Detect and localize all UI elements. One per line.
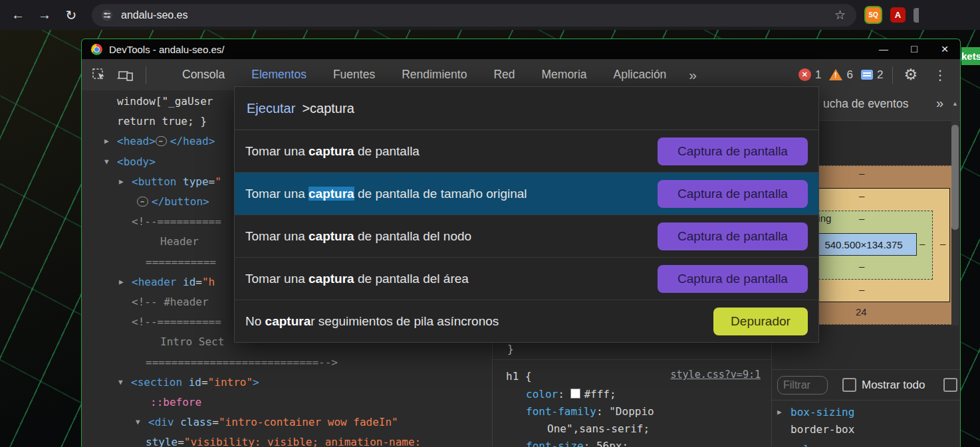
padding-bottom-value[interactable]: –	[859, 260, 864, 272]
computed-property[interactable]: ▶ box-sizing	[791, 404, 960, 421]
command-input[interactable]: Ejecutar >captura	[235, 87, 818, 130]
tab-rendimiento[interactable]: Rendimiento	[388, 59, 480, 90]
palette-item-label: Tomar una captura de pantalla del nodo	[245, 229, 471, 244]
forward-icon[interactable]: →	[36, 7, 53, 23]
maximize-button[interactable]: □	[899, 39, 929, 59]
palette-list: Tomar una captura de pantallaCaptura de …	[235, 130, 818, 342]
bookmark-star-icon[interactable]: ☆	[834, 7, 846, 23]
border-right-value[interactable]: –	[940, 238, 945, 249]
rule-separator	[493, 359, 771, 360]
margin-bottom-value[interactable]: 24	[856, 306, 867, 317]
menu-dots-icon[interactable]: ⋮	[933, 67, 947, 83]
tab-aplicación[interactable]: Aplicación	[600, 59, 680, 90]
tab-event-listeners[interactable]: ucha de eventos	[823, 97, 908, 111]
palette-action-button[interactable]: Captura de pantalla	[658, 265, 808, 293]
css-rule-line[interactable]: One",sans-serif;	[493, 420, 771, 438]
expand-arrow-icon[interactable]: ▶	[777, 404, 782, 421]
palette-action-button[interactable]: Captura de pantalla	[658, 137, 808, 165]
tab-consola[interactable]: Consola	[169, 59, 238, 90]
minimize-button[interactable]: —	[868, 39, 899, 59]
tab-red[interactable]: Red	[480, 59, 528, 90]
tab-memoria[interactable]: Memoria	[529, 59, 600, 90]
border-bottom-value[interactable]: –	[859, 284, 864, 295]
color-swatch[interactable]	[570, 389, 580, 399]
devtools-titlebar[interactable]: DevTools - andalu-seo.es/ — □ ×	[82, 39, 960, 59]
url-text[interactable]: andalu-seo.es	[121, 9, 834, 21]
code-line[interactable]: ===========================-->	[82, 353, 492, 373]
close-button[interactable]: ×	[929, 39, 960, 59]
settings-gear-icon[interactable]: ⚙	[904, 66, 918, 84]
device-toolbar-icon[interactable]	[116, 67, 135, 83]
palette-item-label: No capturar seguimientos de pila asíncro…	[245, 314, 499, 329]
boxmodel-content[interactable]: 540.500×134.375	[810, 233, 917, 256]
palette-item-label: Tomar una captura de pantalla de tamaño …	[245, 187, 527, 201]
browser-toolbar: ← → ↻ andalu-seo.es ☆ SQ A	[0, 0, 980, 30]
palette-item[interactable]: Tomar una captura de pantalla del áreaCa…	[235, 258, 818, 300]
code-line[interactable]: ▼<div class="intro-container wow fadeIn"	[82, 412, 492, 432]
border-top-value[interactable]: –	[859, 190, 864, 201]
toolbar-divider	[146, 66, 146, 84]
seoquake-extension-icon[interactable]: SQ	[866, 7, 881, 23]
css-rule-line[interactable]: color: #fff;	[493, 386, 771, 403]
palette-item[interactable]: No capturar seguimientos de pila asíncro…	[235, 300, 818, 342]
warning-count[interactable]: 6	[846, 68, 852, 82]
filter-input[interactable]	[777, 376, 828, 395]
scrollbar-thumb[interactable]	[951, 125, 959, 230]
palette-action-button[interactable]: Captura de pantalla	[658, 180, 808, 208]
palette-item-label: Tomar una captura de pantalla	[245, 144, 420, 159]
code-line[interactable]: ::before	[82, 393, 492, 412]
css-rule-line[interactable]: font-family: "Doppio	[493, 403, 771, 420]
palette-action-button[interactable]: Depurador	[713, 308, 808, 335]
expand-arrow-icon[interactable]: ▶	[119, 272, 124, 292]
show-all-label: Mostrar todo	[862, 379, 925, 392]
issues-count[interactable]: 2	[877, 68, 883, 82]
expand-arrow-icon[interactable]: ▶	[104, 132, 109, 151]
palette-action-button[interactable]: Captura de pantalla	[658, 223, 808, 250]
more-tabs-icon[interactable]: »	[679, 67, 706, 83]
collapse-arrow-icon[interactable]: ▼	[118, 373, 123, 393]
code-line[interactable]: ▼<section id="intro">	[82, 373, 492, 393]
css-rule-line[interactable]: h1 {	[493, 368, 771, 385]
computed-value[interactable]: border-box	[791, 421, 960, 438]
code-line[interactable]: style="visibility: visible; animation-na…	[82, 432, 492, 447]
palette-item[interactable]: Tomar una captura de pantalla de tamaño …	[235, 173, 818, 215]
chrome-logo-icon	[91, 44, 102, 55]
padding-top-value[interactable]: –	[859, 213, 864, 224]
address-bar[interactable]: andalu-seo.es ☆	[92, 4, 856, 27]
command-mode-label: Ejecutar	[247, 101, 295, 116]
command-palette: Ejecutar >captura Tomar una captura de p…	[234, 86, 819, 343]
tab-fuentes[interactable]: Fuentes	[320, 59, 388, 90]
ellipsis-expand-icon[interactable]: ⋯	[137, 197, 148, 207]
css-rule-line[interactable]: }	[493, 341, 771, 358]
devtools-title: DevTools - andalu-seo.es/	[109, 44, 224, 55]
css-rule-line[interactable]: font-size: 56px;	[493, 438, 771, 447]
palette-item[interactable]: Tomar una captura de pantalla del nodoCa…	[235, 215, 818, 258]
margin-top-value[interactable]: –	[859, 167, 864, 179]
collapse-arrow-icon[interactable]: ▼	[104, 152, 109, 172]
devtools-tabs: ConsolaElementosFuentesRendimientoRedMem…	[169, 59, 679, 90]
palette-item[interactable]: Tomar una captura de pantallaCaptura de …	[235, 130, 818, 173]
devtools-toolbar: ConsolaElementosFuentesRendimientoRedMem…	[82, 59, 960, 90]
sidebar-more-tabs-icon[interactable]: »	[936, 96, 943, 111]
scroll-up-icon[interactable]: ▲	[952, 100, 958, 107]
page-button-fragment[interactable]: kets	[961, 47, 980, 65]
issues-icon[interactable]	[861, 70, 873, 80]
reload-icon[interactable]: ↻	[62, 7, 80, 23]
acrobat-extension-icon[interactable]: A	[890, 7, 906, 23]
site-info-icon[interactable]	[101, 9, 113, 21]
group-checkbox[interactable]	[943, 378, 957, 392]
error-icon[interactable]: ✕	[798, 68, 811, 81]
command-query-text[interactable]: >captura	[302, 101, 354, 116]
inspect-element-icon[interactable]	[91, 67, 107, 83]
computed-property[interactable]: color	[791, 441, 960, 447]
expand-arrow-icon[interactable]: ▶	[119, 172, 124, 192]
warning-icon[interactable]	[829, 69, 842, 80]
back-icon[interactable]: ←	[9, 7, 27, 23]
collapse-arrow-icon[interactable]: ▼	[136, 412, 140, 432]
padding-right-value[interactable]: –	[919, 238, 925, 249]
partial-extension-icon[interactable]	[914, 8, 919, 23]
error-count[interactable]: 1	[815, 68, 821, 82]
ellipsis-expand-icon[interactable]: ⋯	[156, 136, 167, 146]
tab-elementos[interactable]: Elementos	[238, 59, 320, 90]
show-all-checkbox[interactable]	[842, 378, 856, 392]
